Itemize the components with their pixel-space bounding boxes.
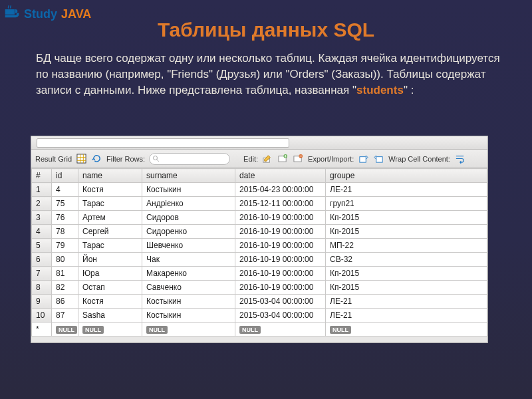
cell-id[interactable]: 86 [52, 295, 78, 309]
cell-groupe[interactable]: груп21 [326, 197, 487, 211]
cell-name[interactable]: Тарас [78, 239, 142, 253]
col-surname[interactable]: surname [142, 169, 235, 183]
export-icon[interactable] [358, 153, 369, 164]
cell-groupe[interactable]: МП-22 [326, 239, 487, 253]
cell-groupe[interactable]: ЛЕ-21 [326, 295, 487, 309]
row-number: 7 [32, 267, 52, 281]
edit-row-icon[interactable] [262, 153, 273, 164]
cell-date[interactable]: 2015-12-11 00:00:00 [235, 197, 326, 211]
cell-surname[interactable]: Сидоренко [142, 225, 235, 239]
grid-view-icon[interactable] [76, 153, 87, 164]
cell-id[interactable]: 76 [52, 211, 78, 225]
delete-row-icon[interactable] [293, 153, 304, 164]
table-row[interactable]: 986КостяКостыкин2015-03-04 00:00:00ЛЕ-21 [32, 295, 487, 309]
col-groupe[interactable]: groupe [326, 169, 487, 183]
table-row-new[interactable]: *NULLNULLNULLNULLNULL [32, 323, 487, 336]
blurb-pre: БД чаще всего содержат одну или нескольк… [36, 52, 500, 96]
col-name[interactable]: name [78, 169, 142, 183]
col-date[interactable]: date [235, 169, 326, 183]
row-number: 3 [32, 211, 52, 225]
wrap-cell-icon[interactable] [454, 153, 466, 164]
cell-surname[interactable]: Костыкин [142, 309, 235, 323]
table-row[interactable]: 14КостяКостыкин2015-04-23 00:00:00ЛЕ-21 [32, 183, 487, 197]
cell-surname[interactable]: Савченко [142, 281, 235, 295]
cell-groupe[interactable]: ЛЕ-21 [326, 309, 487, 323]
blurb-highlight: students [356, 84, 404, 96]
filter-rows-field[interactable] [149, 153, 230, 165]
cell-surname[interactable]: Костыкин [142, 295, 235, 309]
filter-input[interactable] [160, 155, 227, 163]
cell-surname[interactable]: Макаренко [142, 267, 235, 281]
cell-groupe[interactable]: Кп-2015 [326, 267, 487, 281]
row-number: 1 [32, 183, 52, 197]
refresh-icon[interactable] [91, 153, 102, 164]
result-toolbar: Result Grid Filter Rows: Edit: Export/Im… [31, 150, 487, 168]
cell-surname[interactable]: Чак [142, 253, 235, 267]
cell-groupe[interactable]: СВ-32 [326, 253, 487, 267]
cell-groupe[interactable]: Кп-2015 [326, 225, 487, 239]
cell-id[interactable]: 87 [52, 309, 78, 323]
cell-name[interactable]: Сергей [78, 225, 142, 239]
coffee-cup-icon [3, 4, 20, 25]
cell-date[interactable]: 2015-03-04 00:00:00 [235, 309, 326, 323]
cell-groupe[interactable]: ЛЕ-21 [326, 183, 487, 197]
cell-surname[interactable]: Андрієнко [142, 197, 235, 211]
cell-id[interactable]: 82 [52, 281, 78, 295]
cell-name[interactable]: Артем [78, 211, 142, 225]
cell-id[interactable]: 79 [52, 239, 78, 253]
cell-name[interactable]: Йон [78, 253, 142, 267]
table-row[interactable]: 882ОстапСавченко2016-10-19 00:00:00Кп-20… [32, 281, 487, 295]
cell-name[interactable]: Костя [78, 183, 142, 197]
table-row[interactable]: 1087SashaКостыкин2015-03-04 00:00:00ЛЕ-2… [32, 309, 487, 323]
table-row[interactable]: 680ЙонЧак2016-10-19 00:00:00СВ-32 [32, 253, 487, 267]
cell-id[interactable]: 75 [52, 197, 78, 211]
cell-surname[interactable]: NULL [142, 323, 235, 336]
cell-id[interactable]: 80 [52, 253, 78, 267]
svg-point-1 [154, 156, 158, 160]
cell-name[interactable]: Юра [78, 267, 142, 281]
table-row[interactable]: 478СергейСидоренко2016-10-19 00:00:00Кп-… [32, 225, 487, 239]
col-id[interactable]: id [52, 169, 78, 183]
cell-groupe[interactable]: Кп-2015 [326, 281, 487, 295]
cell-id[interactable]: 81 [52, 267, 78, 281]
cell-name[interactable]: Sasha [78, 309, 142, 323]
cell-date[interactable]: 2015-03-04 00:00:00 [235, 295, 326, 309]
cell-date[interactable]: 2016-10-19 00:00:00 [235, 211, 326, 225]
cell-date[interactable]: 2016-10-19 00:00:00 [235, 225, 326, 239]
cell-name[interactable]: Костя [78, 295, 142, 309]
cell-name[interactable]: NULL [78, 323, 142, 336]
table-row[interactable]: 781ЮраМакаренко2016-10-19 00:00:00Кп-201… [32, 267, 487, 281]
wrap-label: Wrap Cell Content: [388, 155, 450, 163]
students-table[interactable]: # id name surname date groupe 14КостяКос… [31, 168, 487, 336]
svg-rect-7 [360, 157, 366, 162]
cell-date[interactable]: 2016-10-19 00:00:00 [235, 239, 326, 253]
cell-surname[interactable]: Сидоров [142, 211, 235, 225]
table-row[interactable]: 579ТарасШевченко2016-10-19 00:00:00МП-22 [32, 239, 487, 253]
cell-date[interactable]: 2016-10-19 00:00:00 [235, 253, 326, 267]
cell-groupe[interactable]: NULL [326, 323, 487, 336]
search-icon [152, 155, 160, 163]
row-number: 10 [32, 309, 52, 323]
add-row-icon[interactable] [277, 153, 289, 164]
query-tab[interactable] [37, 138, 289, 148]
cell-date[interactable]: 2015-04-23 00:00:00 [235, 183, 326, 197]
table-row[interactable]: 275ТарасАндрієнко2015-12-11 00:00:00груп… [32, 197, 487, 211]
cell-name[interactable]: Остап [78, 281, 142, 295]
cell-date[interactable]: 2016-10-19 00:00:00 [235, 281, 326, 295]
cell-surname[interactable]: Костыкин [142, 183, 235, 197]
cell-groupe[interactable]: Кп-2015 [326, 211, 487, 225]
col-num[interactable]: # [32, 169, 52, 183]
cell-name[interactable]: Тарас [78, 197, 142, 211]
cell-date[interactable]: NULL [235, 323, 326, 336]
cell-id[interactable]: 78 [52, 225, 78, 239]
edit-label: Edit: [243, 155, 258, 163]
cell-surname[interactable]: Шевченко [142, 239, 235, 253]
cell-date[interactable]: 2016-10-19 00:00:00 [235, 267, 326, 281]
table-row[interactable]: 376АртемСидоров2016-10-19 00:00:00Кп-201… [32, 211, 487, 225]
cell-id[interactable]: 4 [52, 183, 78, 197]
cell-id[interactable]: NULL [52, 323, 78, 336]
slide-paragraph: БД чаще всего содержат одну или нескольк… [36, 51, 501, 98]
import-icon[interactable] [373, 153, 384, 164]
row-number: 4 [32, 225, 52, 239]
svg-rect-8 [376, 157, 382, 162]
